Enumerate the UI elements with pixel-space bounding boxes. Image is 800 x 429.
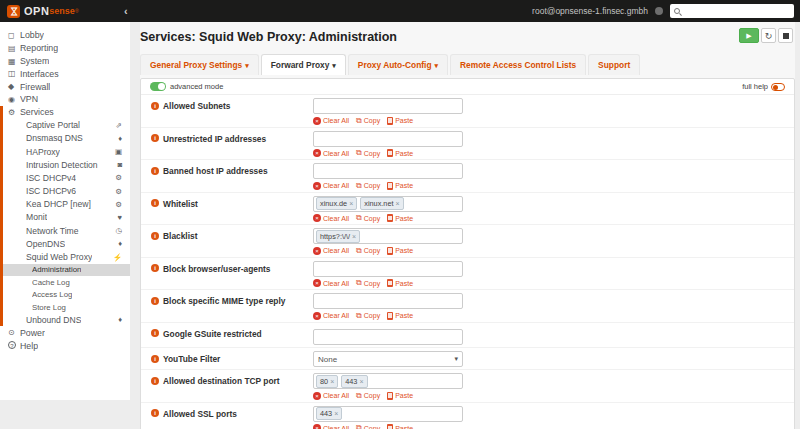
remove-tag-icon[interactable]: × <box>330 378 334 385</box>
copy-link[interactable]: ⧉Copy <box>356 149 380 157</box>
paste-link[interactable]: Paste <box>387 312 413 320</box>
block-browser-user-agents-token-input[interactable] <box>313 261 463 277</box>
sidebar-item-captive-portal[interactable]: Captive Portal⇗ <box>3 119 130 132</box>
info-icon[interactable]: i <box>151 409 159 417</box>
service-stop-button[interactable] <box>778 28 793 43</box>
sidebar-item-access-log[interactable]: Access Log <box>3 288 130 300</box>
sidebar-item-isc-dhcpv4[interactable]: ISC DHCPv4⚙ <box>3 171 130 184</box>
field-label-text: Banned host IP addresses <box>163 166 268 176</box>
info-icon[interactable]: i <box>151 167 159 175</box>
info-icon[interactable]: i <box>151 232 159 240</box>
youtube-filter-select[interactable]: None▾ <box>313 351 463 367</box>
info-icon[interactable]: i <box>151 297 159 305</box>
paste-link[interactable]: Paste <box>387 182 413 190</box>
user-menu-icon[interactable] <box>655 7 663 15</box>
advanced-mode-toggle[interactable] <box>150 82 166 91</box>
opnsense-logo[interactable]: ⋈ OPNsense® <box>0 5 118 18</box>
paste-link[interactable]: Paste <box>387 424 413 429</box>
field-label: iAllowed Subnets <box>151 98 313 125</box>
paste-link[interactable]: Paste <box>387 247 413 255</box>
service-restart-button[interactable]: ↻ <box>761 28 776 43</box>
copy-link[interactable]: ⧉Copy <box>356 247 380 255</box>
info-icon[interactable]: i <box>151 102 159 110</box>
blacklist-token-input[interactable]: https?:\/\/× <box>313 228 463 244</box>
google-gsuite-restricted-input[interactable] <box>313 329 463 345</box>
info-icon[interactable]: i <box>151 134 159 142</box>
clear-all-link[interactable]: ×Clear All <box>313 182 349 190</box>
copy-link[interactable]: ⧉Copy <box>356 182 380 190</box>
remove-tag-icon[interactable]: × <box>349 200 353 207</box>
sidebar-item-dnsmasq-dns[interactable]: Dnsmasq DNS♦ <box>3 132 130 145</box>
clear-all-link[interactable]: ×Clear All <box>313 279 349 287</box>
tab-forward-proxy[interactable]: Forward Proxy▾ <box>261 54 346 75</box>
copy-link[interactable]: ⧉Copy <box>356 424 380 429</box>
allowed-destination-tcp-port-token-input[interactable]: 80×443× <box>313 373 463 389</box>
sidebar-item-cache-log[interactable]: Cache Log <box>3 276 130 288</box>
sidebar-item-store-log[interactable]: Store Log <box>3 301 130 313</box>
sidebar-item-reporting[interactable]: ▤Reporting <box>0 42 130 55</box>
clear-all-link[interactable]: ×Clear All <box>313 149 349 157</box>
sidebar-item-intrusion-detection[interactable]: Intrusion Detection◙ <box>3 158 130 171</box>
service-start-button[interactable]: ▶ <box>739 28 759 43</box>
banned-host-ip-addresses-token-input[interactable] <box>313 163 463 179</box>
remove-tag-icon[interactable]: × <box>396 200 400 207</box>
tab-remote-access-control-lists[interactable]: Remote Access Control Lists <box>450 54 586 75</box>
info-icon[interactable]: i <box>151 329 159 337</box>
paste-link[interactable]: Paste <box>387 279 413 287</box>
paste-link[interactable]: Paste <box>387 117 413 125</box>
clear-all-link[interactable]: ×Clear All <box>313 214 349 222</box>
allowed-subnets-token-input[interactable] <box>313 98 463 114</box>
sidebar-item-services[interactable]: ⚙Services <box>3 106 130 119</box>
remove-tag-icon[interactable]: × <box>352 233 356 240</box>
block-specific-mime-type-reply-token-input[interactable] <box>313 293 463 309</box>
sidebar-collapse-icon[interactable]: ‹ <box>124 5 128 17</box>
unrestricted-ip-addresses-token-input[interactable] <box>313 131 463 147</box>
sidebar-item-system[interactable]: ▦System <box>0 55 130 68</box>
sidebar-item-firewall[interactable]: ◆Firewall <box>0 80 130 93</box>
remove-tag-icon[interactable]: × <box>359 378 363 385</box>
copy-link[interactable]: ⧉Copy <box>356 392 380 400</box>
copy-link[interactable]: ⧉Copy <box>356 117 380 125</box>
copy-link[interactable]: ⧉Copy <box>356 214 380 222</box>
info-icon[interactable]: i <box>151 355 159 363</box>
sidebar-item-haproxy[interactable]: HAProxy▣ <box>3 145 130 158</box>
sidebar-item-kea-dhcp-new[interactable]: Kea DHCP [new]⚙ <box>3 198 130 211</box>
paste-link[interactable]: Paste <box>387 214 413 222</box>
sidebar-item-network-time[interactable]: Network Time◷ <box>3 224 130 237</box>
copy-link[interactable]: ⧉Copy <box>356 279 380 287</box>
sidebar-item-lobby[interactable]: ◻Lobby <box>0 29 130 42</box>
paste-link[interactable]: Paste <box>387 392 413 400</box>
clear-all-link[interactable]: ×Clear All <box>313 117 349 125</box>
paste-link[interactable]: Paste <box>387 149 413 157</box>
vpn-icon: ◉ <box>8 95 20 104</box>
remove-tag-icon[interactable]: × <box>334 410 338 417</box>
search-input[interactable] <box>683 7 790 16</box>
full-help-control[interactable]: full help <box>742 82 785 91</box>
info-icon[interactable]: i <box>151 264 159 272</box>
form-row-blacklist: iBlacklisthttps?:\/\/××Clear All⧉CopyPas… <box>141 224 794 257</box>
sidebar-item-help[interactable]: ?Help <box>0 339 130 352</box>
sidebar-item-administration[interactable]: Administration <box>3 264 130 276</box>
tab-support[interactable]: Support <box>588 54 640 75</box>
sidebar-item-unbound-dns[interactable]: Unbound DNS♦ <box>3 313 130 326</box>
sidebar-item-opendns[interactable]: OpenDNS♦ <box>3 237 130 250</box>
tab-general-proxy-settings[interactable]: General Proxy Settings▾ <box>140 54 259 75</box>
clear-all-link[interactable]: ×Clear All <box>313 312 349 320</box>
copy-link[interactable]: ⧉Copy <box>356 312 380 320</box>
whitelist-token-input[interactable]: xinux.de×xinux.net× <box>313 196 463 212</box>
form-row-google-gsuite-restricted: iGoogle GSuite restricted <box>141 322 794 348</box>
tab-proxy-auto-config[interactable]: Proxy Auto-Config▾ <box>348 54 448 75</box>
sidebar-item-vpn[interactable]: ◉VPN <box>0 93 130 106</box>
clear-all-link[interactable]: ×Clear All <box>313 392 349 400</box>
sidebar-item-interfaces[interactable]: ◫Interfaces <box>0 67 130 80</box>
sidebar-item-monit[interactable]: Monit♥ <box>3 211 130 224</box>
sidebar-item-isc-dhcpv6[interactable]: ISC DHCPv6⚙ <box>3 185 130 198</box>
clear-all-link[interactable]: ×Clear All <box>313 247 349 255</box>
info-icon[interactable]: i <box>151 377 159 385</box>
sidebar-item-power[interactable]: ⊙Power <box>0 326 130 339</box>
sidebar-item-squid-web-proxy[interactable]: Squid Web Proxy⚡ <box>3 250 130 263</box>
global-search[interactable] <box>670 4 794 18</box>
allowed-ssl-ports-token-input[interactable]: 443× <box>313 406 463 422</box>
info-icon[interactable]: i <box>151 199 159 207</box>
clear-all-link[interactable]: ×Clear All <box>313 424 349 429</box>
